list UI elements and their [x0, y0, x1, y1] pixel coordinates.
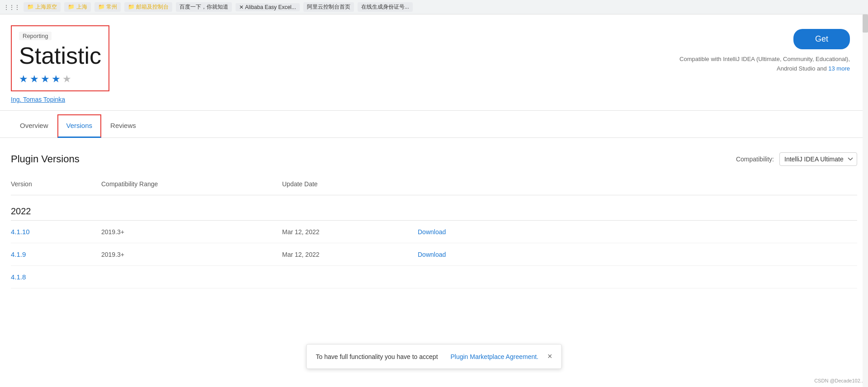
browser-apps-icon[interactable]: ⋮⋮⋮ [4, 4, 20, 10]
star-1: ★ [19, 73, 28, 85]
plugin-title: Statistic [19, 43, 101, 69]
tab-shanghai-yuankong[interactable]: 📁 上海原空 [24, 2, 61, 12]
update-date-418 [282, 266, 418, 288]
tab-changzhou[interactable]: 📁 常州 [94, 2, 121, 12]
plugin-info-box: Reporting Statistic ★ ★ ★ ★ ★ [11, 25, 109, 91]
more-compat-link[interactable]: 13 more [828, 65, 850, 72]
tab-email[interactable]: 📁 邮箱及控制台 [124, 2, 172, 12]
toast-link[interactable]: Plugin Marketplace Agreement. [450, 353, 538, 360]
version-link-4110[interactable]: 4.1.10 [11, 228, 30, 236]
compat-range-418 [101, 266, 282, 288]
browser-bar: ⋮⋮⋮ 📁 上海原空 📁 上海 📁 常州 📁 邮箱及控制台 百度一下，你就知道 … [0, 0, 868, 14]
version-link-418[interactable]: 4.1.8 [11, 273, 26, 281]
plugin-author-link[interactable]: Ing. Tomas Topinka [11, 96, 109, 103]
update-date-419: Mar 12, 2022 [282, 243, 418, 266]
toast-text: To have full functionality you have to a… [316, 353, 438, 360]
col-date: Update Date [282, 177, 418, 195]
scrollbar-track[interactable] [863, 14, 868, 387]
year-label: 2022 [11, 195, 857, 221]
plugin-rating: ★ ★ ★ ★ ★ [19, 73, 101, 85]
toast-close-button[interactable]: × [547, 352, 552, 361]
star-3: ★ [41, 73, 50, 85]
toast-notification: To have full functionality you have to a… [306, 344, 561, 369]
page-container: Reporting Statistic ★ ★ ★ ★ ★ Ing. Tomas… [0, 14, 868, 387]
tab-shanghai[interactable]: 📁 上海 [64, 2, 90, 12]
plugin-category: Reporting [19, 32, 52, 40]
download-link-4110[interactable]: Download [418, 228, 446, 236]
version-row-418: 4.1.8 [11, 266, 857, 288]
year-group-2022: 2022 [11, 195, 857, 221]
version-row-419: 4.1.9 2019.3+ Mar 12, 2022 Download [11, 243, 857, 266]
compatibility-label: Compatibility: [736, 156, 774, 163]
star-2: ★ [30, 73, 39, 85]
section-header: Plugin Versions Compatibility: IntelliJ … [11, 152, 857, 166]
plugin-header: Reporting Statistic ★ ★ ★ ★ ★ Ing. Tomas… [0, 14, 868, 111]
compatibility-filter: Compatibility: IntelliJ IDEA Ultimate [736, 152, 857, 166]
update-date-4110: Mar 12, 2022 [282, 221, 418, 243]
scrollbar-thumb[interactable] [863, 14, 868, 33]
tab-aliyun[interactable]: 阿里云控制台首页 [303, 2, 354, 12]
section-title: Plugin Versions [11, 153, 80, 165]
plugin-header-right: Get Compatible with IntelliJ IDEA (Ultim… [679, 29, 850, 74]
tab-alibaba-excel[interactable]: ✕ Alibaba Easy Excel... [236, 3, 299, 11]
col-version: Version [11, 177, 101, 195]
tab-reviews[interactable]: Reviews [101, 114, 145, 138]
compat-range-419: 2019.3+ [101, 243, 282, 266]
compatibility-info: Compatible with IntelliJ IDEA (Ultimate,… [679, 55, 850, 74]
version-row-4110: 4.1.10 2019.3+ Mar 12, 2022 Download [11, 221, 857, 243]
star-5: ★ [62, 73, 71, 85]
versions-table: Version Compatibility Range Update Date … [11, 177, 857, 288]
watermark: CSDN @Decade102... [814, 378, 864, 383]
tab-baidu[interactable]: 百度一下，你就知道 [176, 2, 232, 12]
col-action [418, 177, 857, 195]
tab-versions[interactable]: Versions [57, 114, 102, 138]
compat-range-4110: 2019.3+ [101, 221, 282, 243]
tab-overview[interactable]: Overview [11, 114, 57, 138]
tabs-container: Overview Versions Reviews [0, 114, 868, 138]
compatibility-select[interactable]: IntelliJ IDEA Ultimate [779, 152, 857, 166]
col-compat: Compatibility Range [101, 177, 282, 195]
tab-id-gen[interactable]: 在线生成身份证号... [358, 2, 413, 12]
version-link-419[interactable]: 4.1.9 [11, 250, 26, 258]
get-button[interactable]: Get [793, 29, 850, 49]
star-4: ★ [52, 73, 61, 85]
download-link-419[interactable]: Download [418, 251, 446, 258]
